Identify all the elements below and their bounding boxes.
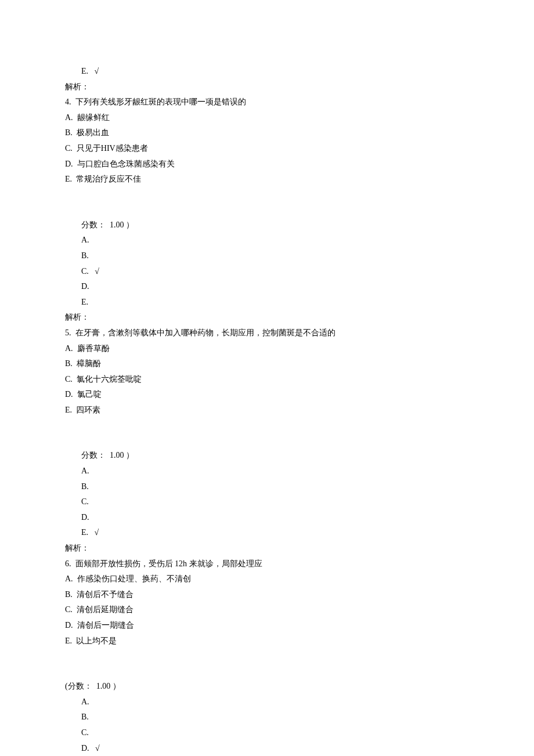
q5-answer-D: D.: [65, 510, 469, 526]
q6-num: 6.: [65, 559, 71, 568]
q6-option-A: A. 作感染伤口处理、换药、不清创: [65, 571, 469, 587]
q6-answer-D: D. √: [65, 741, 469, 756]
q5-answer-A: A.: [65, 464, 469, 479]
q5-option-D: D. 氯己啶: [65, 387, 469, 403]
q5-stem-text: 在牙膏，含漱剂等载体中加入哪种药物，长期应用，控制菌斑是不合适的: [75, 328, 335, 337]
q4-analysis-label: 解析：: [65, 310, 469, 325]
q4-option-C: C. 只见于HIV感染患者: [65, 141, 469, 157]
q5-option-A: A. 麝香草酚: [65, 341, 469, 357]
q6-answer-A: A.: [65, 694, 469, 710]
q6-answer-C: C.: [65, 725, 469, 741]
q5-stem: 5. 在牙膏，含漱剂等载体中加入哪种药物，长期应用，控制菌斑是不合适的: [65, 325, 469, 341]
q6-option-E: E. 以上均不是: [65, 634, 469, 649]
q4-answer-B: B.: [65, 248, 469, 264]
q6-stem-text: 面颊部开放性损伤，受伤后 12h 来就诊，局部处理应: [75, 559, 262, 568]
q6-option-D: D. 清创后一期缝合: [65, 618, 469, 634]
q6-stem: 6. 面颊部开放性损伤，受伤后 12h 来就诊，局部处理应: [65, 556, 469, 572]
q3-analysis-label: 解析：: [65, 79, 469, 95]
q4-option-B: B. 极易出血: [65, 125, 469, 141]
q5-num: 5.: [65, 328, 71, 337]
q4-num: 4.: [65, 97, 71, 106]
q4-stem: 4. 下列有关线形牙龈红斑的表现中哪一项是错误的: [65, 95, 469, 110]
q4-option-A: A. 龈缘鲜红: [65, 110, 469, 126]
q4-option-D: D. 与口腔白色念珠菌感染有关: [65, 157, 469, 172]
q6-option-B: B. 清创后不予缝合: [65, 587, 469, 603]
q5-option-C: C. 氯化十六烷荃吡啶: [65, 372, 469, 388]
q4-stem-text: 下列有关线形牙龈红斑的表现中哪一项是错误的: [75, 97, 246, 106]
q3-answer-E: E. √: [65, 64, 469, 79]
q5-analysis-label: 解析：: [65, 541, 469, 556]
q5-option-E: E. 四环素: [65, 403, 469, 418]
q6-answer-B: B.: [65, 710, 469, 725]
q6-option-C: C. 清创后延期缝合: [65, 602, 469, 618]
q5-option-B: B. 樟脑酚: [65, 356, 469, 372]
q5-answer-B: B.: [65, 479, 469, 495]
q4-answer-E: E.: [65, 295, 469, 310]
q4-option-E: E. 常规治疗反应不佳: [65, 172, 469, 187]
q6-score: (分数： 1.00 ）: [65, 679, 469, 694]
q5-answer-E: E. √: [65, 525, 469, 541]
q4-answer-D: D.: [65, 279, 469, 295]
q5-score: 分数： 1.00 ）: [65, 448, 469, 464]
q4-answer-C: C. √: [65, 264, 469, 280]
q5-answer-C: C.: [65, 494, 469, 510]
q4-answer-A: A.: [65, 233, 469, 248]
q4-score: 分数： 1.00 ）: [65, 218, 469, 233]
